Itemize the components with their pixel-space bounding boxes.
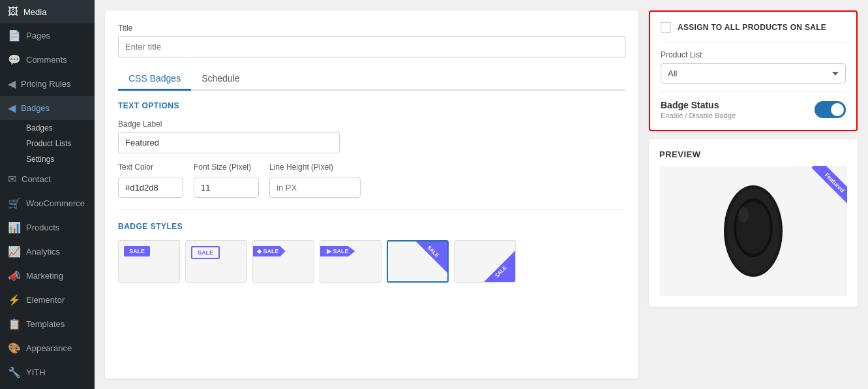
badge-chip-1: SALE [124, 246, 150, 257]
analytics-icon: 📈 [8, 245, 21, 258]
sidebar-item-marketing[interactable]: 📣 Marketing [0, 264, 95, 288]
sidebar-item-label: Templates [26, 319, 65, 329]
sidebar-item-label: Comments [26, 55, 67, 65]
sidebar-item-pricing-rules[interactable]: ◀ Pricing Rules [0, 72, 95, 96]
tab-schedule[interactable]: Schedule [191, 68, 250, 91]
sidebar-item-contact[interactable]: ✉ Contact [0, 167, 95, 191]
text-color-field: Text Color [118, 163, 183, 198]
sidebar-item-label: Badges [21, 103, 50, 113]
sidebar-item-yith[interactable]: 🔧 YITH [0, 360, 95, 384]
badge-style-5[interactable]: SALE [387, 240, 449, 283]
sidebar-item-media[interactable]: 🖼 Media [0, 0, 95, 23]
sidebar-sub-item-badges[interactable]: Badges [18, 120, 95, 136]
sidebar-item-elementor[interactable]: ⚡ Elementor [0, 288, 95, 312]
badge-chip-4: ▶ SALE [320, 246, 355, 257]
badge-chip-2: SALE [191, 246, 220, 259]
font-size-label: Font Size (Pixel) [194, 163, 259, 172]
preview-label: PREVIEW [659, 149, 847, 159]
sidebar-item-pages[interactable]: 📄 Pages [0, 23, 95, 48]
sidebar: 🖼 Media 📄 Pages 💬 Comments ◀ Pricing Rul… [0, 0, 95, 389]
sidebar-item-comments[interactable]: 💬 Comments [0, 48, 95, 72]
center-panel: Title CSS Badges Schedule TEXT OPTIONS B… [105, 10, 638, 379]
badge-status-title: Badge Status [661, 100, 736, 110]
badge-style-4[interactable]: ▶ SALE [320, 240, 382, 283]
sidebar-item-label: Pricing Rules [21, 79, 71, 89]
badge-style-2[interactable]: SALE [185, 240, 247, 283]
yith-icon: 🔧 [8, 366, 21, 379]
tabs-bar: CSS Badges Schedule [118, 68, 625, 91]
sidebar-item-analytics[interactable]: 📈 Analytics [0, 240, 95, 264]
svg-point-4 [738, 207, 749, 223]
title-section: Title [118, 23, 625, 57]
elementor-icon: ⚡ [8, 294, 21, 306]
assign-checkbox[interactable] [661, 22, 671, 33]
badge-status-info: Badge Status Enable / Disable Badge [661, 100, 736, 119]
product-list-label: Product List [661, 50, 846, 59]
preview-product: Featured [659, 166, 847, 296]
card-divider-2 [661, 91, 846, 92]
font-size-input[interactable] [194, 178, 259, 198]
preview-badge-wrapper: Featured [801, 166, 847, 211]
badge-status-sub: Enable / Disable Badge [661, 112, 736, 119]
line-height-input[interactable] [269, 178, 361, 198]
font-size-field: Font Size (Pixel) [194, 163, 259, 198]
sidebar-item-label: Products [26, 223, 59, 232]
badge-chip-3: ◆ SALE [252, 246, 286, 257]
comments-icon: 💬 [8, 54, 21, 66]
sidebar-item-label: Contact [22, 174, 51, 184]
sidebar-item-appearance[interactable]: 🎨 Appearance [0, 336, 95, 360]
badge-label-input[interactable] [118, 132, 340, 153]
section-divider [118, 210, 625, 210]
sidebar-item-label: WooCommerce [26, 198, 85, 208]
sidebar-sub-item-settings[interactable]: Settings [18, 151, 95, 167]
text-color-label: Text Color [118, 163, 183, 172]
toggle-slider [815, 101, 846, 118]
sidebar-item-badges[interactable]: ◀ Badges [0, 96, 95, 120]
card-divider-1 [661, 42, 846, 42]
title-label: Title [118, 23, 625, 33]
media-icon: 🖼 [8, 6, 18, 18]
sidebar-item-label: Analytics [26, 247, 60, 257]
sidebar-item-plugins[interactable]: 🔌 Plugins [0, 384, 95, 389]
right-panel: ASSIGN TO ALL PRODUCTS ON SALE Product L… [649, 10, 858, 379]
tab-css-badges[interactable]: CSS Badges [118, 68, 191, 91]
line-height-field: Line Height (Pixel) [269, 163, 361, 198]
badge-status-toggle[interactable] [815, 101, 846, 118]
appearance-icon: 🎨 [8, 342, 21, 354]
sidebar-item-products[interactable]: 📊 Products [0, 215, 95, 240]
badge-label-label: Badge Label [118, 119, 625, 129]
badge-samples: SALE SALE ◆ SALE ▶ SALE SALE SALE [118, 240, 625, 283]
badge-style-1[interactable]: SALE [118, 240, 180, 283]
sidebar-item-label: YITH [26, 367, 46, 377]
sidebar-item-label: Appearance [26, 343, 72, 353]
color-row: Text Color Font Size (Pixel) Line Height… [118, 163, 625, 198]
sidebar-item-label: Media [23, 7, 46, 17]
main-content: Title CSS Badges Schedule TEXT OPTIONS B… [95, 0, 868, 389]
badge-style-6[interactable]: SALE [454, 240, 516, 283]
assign-label: ASSIGN TO ALL PRODUCTS ON SALE [678, 23, 826, 32]
assign-row: ASSIGN TO ALL PRODUCTS ON SALE [661, 22, 846, 33]
assign-card: ASSIGN TO ALL PRODUCTS ON SALE Product L… [649, 10, 858, 131]
line-height-label: Line Height (Pixel) [269, 163, 361, 172]
products-icon: 📊 [8, 221, 21, 234]
sidebar-item-templates[interactable]: 📋 Templates [0, 312, 95, 336]
sidebar-item-woocommerce[interactable]: 🛒 WooCommerce [0, 191, 95, 215]
sidebar-item-label: Marketing [26, 271, 63, 281]
badge-style-3[interactable]: ◆ SALE [252, 240, 314, 283]
templates-icon: 📋 [8, 318, 21, 330]
badges-arrow-icon: ◀ [8, 102, 16, 114]
arrow-left-icon: ◀ [8, 78, 16, 90]
woocommerce-icon: 🛒 [8, 197, 21, 210]
text-color-input[interactable] [118, 178, 183, 198]
marketing-icon: 📣 [8, 270, 21, 282]
preview-card: PREVIEW Feature [649, 139, 858, 307]
badge-status-row: Badge Status Enable / Disable Badge [661, 100, 846, 119]
product-list-select[interactable]: All [661, 63, 846, 84]
sidebar-item-label: Elementor [26, 295, 65, 305]
pages-icon: 📄 [8, 29, 21, 42]
product-speaker-svg [717, 179, 789, 283]
sidebar-badges-submenu: Badges Product Lists Settings [0, 120, 95, 167]
title-input[interactable] [118, 36, 625, 57]
sidebar-sub-item-product-lists[interactable]: Product Lists [18, 136, 95, 151]
text-options-title: TEXT OPTIONS [118, 101, 625, 110]
